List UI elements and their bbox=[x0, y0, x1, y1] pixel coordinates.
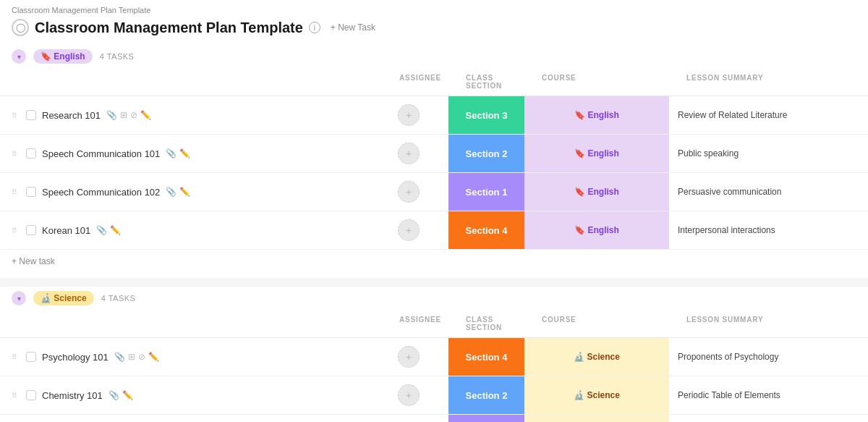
assignee-cell: + bbox=[369, 175, 448, 208]
section-badge[interactable]: Section 4 bbox=[448, 338, 524, 376]
group-toggle-english[interactable]: ▾ bbox=[12, 49, 26, 64]
group-task-count-english: 4 TASKS bbox=[100, 52, 135, 61]
col-assignee: ASSIGNEE bbox=[380, 313, 460, 334]
assignee-cell: + bbox=[369, 98, 448, 132]
edit-icon[interactable]: ✏️ bbox=[140, 110, 151, 120]
task-cell-main: ⠿ Speech Communication 101 📎 ✏️ bbox=[0, 143, 369, 165]
group-task-count-science: 4 TASKS bbox=[101, 294, 136, 303]
course-badge[interactable]: 🔬 Science bbox=[524, 376, 669, 414]
assignee-avatar[interactable]: + bbox=[398, 384, 420, 406]
section-cell: Section 1 bbox=[448, 173, 524, 211]
task-name: Chemistry 101 bbox=[42, 390, 103, 401]
course-badge[interactable]: 🔬 Science bbox=[524, 338, 669, 376]
subtask-icon[interactable]: ⊞ bbox=[128, 352, 135, 362]
task-checkbox[interactable] bbox=[26, 110, 36, 120]
task-name: Speech Communication 101 bbox=[42, 148, 160, 159]
lesson-summary-cell: Public speaking bbox=[669, 143, 868, 164]
task-name: Research 101 bbox=[42, 110, 101, 121]
task-cell-main: ⠿ Research 101 📎 ⊞⊘ ✏️ bbox=[0, 104, 369, 127]
group-toggle-science[interactable]: ▾ bbox=[12, 291, 26, 305]
assignee-avatar[interactable]: + bbox=[398, 181, 420, 203]
task-icons: 📎 ✏️ bbox=[166, 148, 190, 159]
course-badge[interactable]: 🔖 English bbox=[524, 135, 669, 172]
edit-icon[interactable]: ✏️ bbox=[179, 187, 190, 197]
col-class-section: CLASS SECTION bbox=[460, 313, 536, 334]
lesson-summary-cell: Periodic Table of Elements bbox=[669, 384, 868, 406]
info-icon[interactable]: i bbox=[309, 22, 320, 33]
course-badge[interactable]: 🔖 English bbox=[524, 96, 669, 134]
col-assignee: ASSIGNEE bbox=[380, 71, 460, 93]
group-tag-science[interactable]: 🔬 Science bbox=[33, 291, 94, 305]
course-cell: 🔬 Science bbox=[524, 376, 669, 414]
section-badge[interactable]: Section 2 bbox=[448, 135, 524, 172]
tag-icon[interactable]: ⊘ bbox=[138, 352, 145, 362]
task-checkbox[interactable] bbox=[26, 225, 36, 235]
lesson-summary-cell: Interpersonal interactions bbox=[669, 219, 868, 241]
page-title: Classroom Management Plan Template bbox=[35, 20, 303, 36]
assignee-cell: + bbox=[369, 214, 448, 247]
task-cell-main: ⠿ Chemistry 101 📎 ✏️ bbox=[0, 384, 369, 407]
col-lesson-summary: LESSON SUMMARY bbox=[681, 71, 856, 93]
course-cell: 🔖 English bbox=[524, 135, 669, 172]
page-header: ◯ Classroom Management Plan Template i +… bbox=[0, 16, 868, 45]
table-row: ⠿ Chemistry 101 📎 ✏️ + Section 2 🔬 Scien… bbox=[0, 376, 868, 415]
course-badge[interactable]: 🔖 English bbox=[524, 211, 669, 249]
section-cell: Section 1 bbox=[448, 415, 524, 422]
section-badge[interactable]: Section 3 bbox=[448, 96, 524, 134]
task-checkbox[interactable] bbox=[26, 390, 36, 400]
attachment-icon[interactable]: 📎 bbox=[96, 225, 107, 235]
assignee-avatar[interactable]: + bbox=[398, 143, 420, 164]
task-cell-main: ⠿ Psychology 101 📎 ⊞⊘ ✏️ bbox=[0, 346, 369, 368]
assignee-cell: + bbox=[369, 379, 448, 412]
table-row: ⠿ Research 101 📎 ⊞⊘ ✏️ + Section 3 🔖 Eng… bbox=[0, 96, 868, 135]
edit-icon[interactable]: ✏️ bbox=[148, 352, 159, 362]
edit-icon[interactable]: ✏️ bbox=[122, 390, 133, 400]
col-headers-science: ASSIGNEE CLASS SECTION COURSE LESSON SUM… bbox=[0, 310, 868, 338]
attachment-icon[interactable]: 📎 bbox=[106, 110, 117, 120]
drag-handle-icon[interactable]: ⠿ bbox=[12, 392, 20, 400]
course-badge[interactable]: 🔬 Science bbox=[524, 415, 669, 422]
section-cell: Section 2 bbox=[448, 376, 524, 414]
task-cell-main: ⠿ Korean 101 📎 ✏️ bbox=[0, 219, 369, 242]
section-badge[interactable]: Section 2 bbox=[448, 376, 524, 414]
group-tag-english[interactable]: 🔖 English bbox=[33, 49, 93, 64]
task-icons: 📎 ✏️ bbox=[109, 390, 133, 400]
task-icons: 📎 ⊞⊘ ✏️ bbox=[106, 110, 151, 120]
drag-handle-icon[interactable]: ⠿ bbox=[12, 353, 20, 361]
task-name: Psychology 101 bbox=[42, 352, 109, 363]
drag-handle-icon[interactable]: ⠿ bbox=[12, 111, 20, 119]
task-checkbox[interactable] bbox=[26, 187, 36, 197]
drag-handle-icon[interactable]: ⠿ bbox=[12, 188, 20, 196]
lesson-summary-cell: Persuasive communication bbox=[669, 181, 868, 203]
attachment-icon[interactable]: 📎 bbox=[166, 187, 176, 197]
collapse-icon[interactable]: ◯ bbox=[12, 19, 29, 36]
col-lesson-summary: LESSON SUMMARY bbox=[681, 313, 856, 334]
subtask-icon[interactable]: ⊞ bbox=[120, 110, 127, 120]
course-cell: 🔬 Science bbox=[524, 415, 669, 422]
attachment-icon[interactable]: 📎 bbox=[114, 352, 125, 362]
attachment-icon[interactable]: 📎 bbox=[109, 390, 119, 400]
section-badge[interactable]: Section 1 bbox=[448, 173, 524, 211]
table-row: ⠿ Speech Communication 101 📎 ✏️ + Sectio… bbox=[0, 135, 868, 173]
new-task-button[interactable]: + New Task bbox=[326, 20, 380, 35]
attachment-icon[interactable]: 📎 bbox=[166, 148, 176, 159]
assignee-avatar[interactable]: + bbox=[398, 219, 420, 241]
lesson-summary-cell: Proponents of Psychology bbox=[669, 346, 868, 368]
edit-icon[interactable]: ✏️ bbox=[179, 148, 190, 159]
drag-handle-icon[interactable]: ⠿ bbox=[12, 227, 20, 235]
course-badge[interactable]: 🔖 English bbox=[524, 173, 669, 211]
drag-handle-icon[interactable]: ⠿ bbox=[12, 150, 20, 158]
edit-icon[interactable]: ✏️ bbox=[110, 225, 121, 235]
col-course: COURSE bbox=[536, 313, 681, 334]
add-task-link-english[interactable]: + New task bbox=[12, 256, 55, 266]
tag-icon[interactable]: ⊘ bbox=[130, 110, 137, 120]
add-task-row-english: + New task bbox=[0, 250, 868, 278]
task-checkbox[interactable] bbox=[26, 148, 36, 159]
assignee-avatar[interactable]: + bbox=[398, 346, 420, 368]
task-checkbox[interactable] bbox=[26, 352, 36, 362]
task-cell-main: ⠿ Speech Communication 102 📎 ✏️ bbox=[0, 181, 369, 203]
section-badge[interactable]: Section 4 bbox=[448, 211, 524, 249]
course-cell: 🔖 English bbox=[524, 173, 669, 211]
section-badge[interactable]: Section 1 bbox=[448, 415, 524, 422]
assignee-avatar[interactable]: + bbox=[398, 104, 420, 126]
